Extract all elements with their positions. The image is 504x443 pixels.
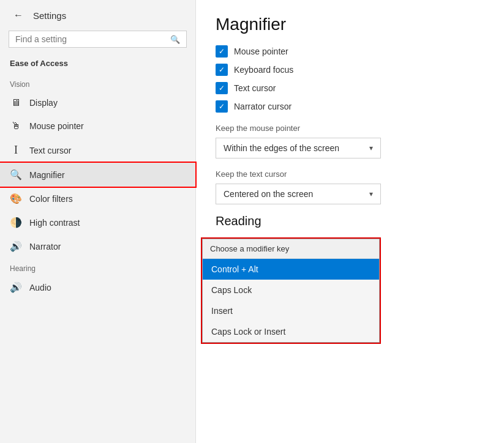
sidebar-item-color-filters-label: Color filters xyxy=(29,194,73,204)
narrator-icon: 🔊 xyxy=(10,240,22,252)
checkbox-row-narrator-cursor: ✓ Narrator cursor xyxy=(216,100,484,113)
checkbox-text-cursor-label: Text cursor xyxy=(234,83,276,93)
page-title: Magnifier xyxy=(216,15,484,34)
modifier-option-caps-lock-insert[interactable]: Caps Lock or Insert xyxy=(203,321,379,342)
high-contrast-icon: 🌗 xyxy=(10,217,22,228)
breadcrumb: Ease of Access xyxy=(0,55,195,74)
modifier-option-insert[interactable]: Insert xyxy=(203,300,379,321)
sidebar-item-display-label: Display xyxy=(29,98,58,108)
mouse-pointer-section-heading: Keep the mouse pointer xyxy=(216,124,484,133)
color-filters-icon: 🎨 xyxy=(10,193,22,204)
modifier-option-ctrl-alt[interactable]: Control + Alt xyxy=(203,259,379,280)
sidebar-item-audio[interactable]: 🔊 Audio xyxy=(0,275,195,299)
sidebar-item-display[interactable]: 🖥 Display xyxy=(0,91,195,114)
text-cursor-section-heading: Keep the text cursor xyxy=(216,169,484,179)
vision-section-label: Vision xyxy=(0,74,195,91)
checkbox-mouse-pointer-label: Mouse pointer xyxy=(234,47,288,56)
sidebar-item-color-filters[interactable]: 🎨 Color filters xyxy=(0,187,195,210)
sidebar: ← Settings 🔍 Ease of Access Vision 🖥 Dis… xyxy=(0,0,196,443)
checkbox-row-keyboard-focus: ✓ Keyboard focus xyxy=(216,64,484,76)
sidebar-item-magnifier-label: Magnifier xyxy=(29,170,65,180)
chevron-down-icon-2: ▾ xyxy=(369,190,373,198)
text-cursor-dropdown[interactable]: Centered on the screen ▾ xyxy=(216,184,381,204)
reading-title: Reading xyxy=(216,214,484,228)
checkbox-text-cursor[interactable]: ✓ xyxy=(216,82,228,94)
magnifier-icon: 🔍 xyxy=(10,169,22,181)
modifier-option-caps-lock[interactable]: Caps Lock xyxy=(203,280,379,300)
sidebar-header: ← Settings xyxy=(0,0,195,31)
sidebar-item-magnifier[interactable]: 🔍 Magnifier xyxy=(0,163,195,187)
sidebar-item-text-cursor[interactable]: I Text cursor xyxy=(0,138,195,163)
checkbox-keyboard-focus[interactable]: ✓ xyxy=(216,64,228,76)
sidebar-item-mouse-pointer[interactable]: 🖱 Mouse pointer xyxy=(0,114,195,138)
text-cursor-icon: I xyxy=(10,144,22,157)
search-box[interactable]: 🔍 xyxy=(9,31,187,48)
sidebar-item-high-contrast[interactable]: 🌗 High contrast xyxy=(0,210,195,234)
audio-icon: 🔊 xyxy=(10,281,22,293)
mouse-pointer-dropdown-value: Within the edges of the screen xyxy=(224,143,339,153)
modifier-key-dropdown-overlay: Choose a modifier key Control + Alt Caps… xyxy=(202,239,380,343)
sidebar-item-text-cursor-label: Text cursor xyxy=(29,146,71,155)
chevron-down-icon: ▾ xyxy=(369,144,373,152)
main-content: Magnifier ✓ Mouse pointer ✓ Keyboard foc… xyxy=(196,0,504,443)
search-icon: 🔍 xyxy=(170,35,180,44)
checkbox-mouse-pointer[interactable]: ✓ xyxy=(216,45,228,58)
checkbox-narrator-cursor-label: Narrator cursor xyxy=(234,102,291,111)
sidebar-title-label: Settings xyxy=(33,10,66,21)
checkbox-row-mouse-pointer: ✓ Mouse pointer xyxy=(216,45,484,58)
sidebar-item-high-contrast-label: High contrast xyxy=(29,218,80,228)
back-button[interactable]: ← xyxy=(10,9,27,22)
checkbox-row-text-cursor: ✓ Text cursor xyxy=(216,82,484,94)
mouse-pointer-dropdown[interactable]: Within the edges of the screen ▾ xyxy=(216,138,381,158)
sidebar-item-mouse-pointer-label: Mouse pointer xyxy=(29,121,84,131)
search-input[interactable] xyxy=(15,34,170,44)
sidebar-item-narrator[interactable]: 🔊 Narrator xyxy=(0,234,195,258)
text-cursor-dropdown-value: Centered on the screen xyxy=(224,189,313,199)
checkbox-keyboard-focus-label: Keyboard focus xyxy=(234,65,293,75)
display-icon: 🖥 xyxy=(10,97,22,108)
sidebar-item-audio-label: Audio xyxy=(29,283,51,292)
modifier-key-label: Choose a modifier key xyxy=(203,239,379,259)
sidebar-item-narrator-label: Narrator xyxy=(29,242,61,251)
hearing-section-label: Hearing xyxy=(0,258,195,275)
checkbox-narrator-cursor[interactable]: ✓ xyxy=(216,100,228,113)
mouse-pointer-icon: 🖱 xyxy=(10,121,22,132)
